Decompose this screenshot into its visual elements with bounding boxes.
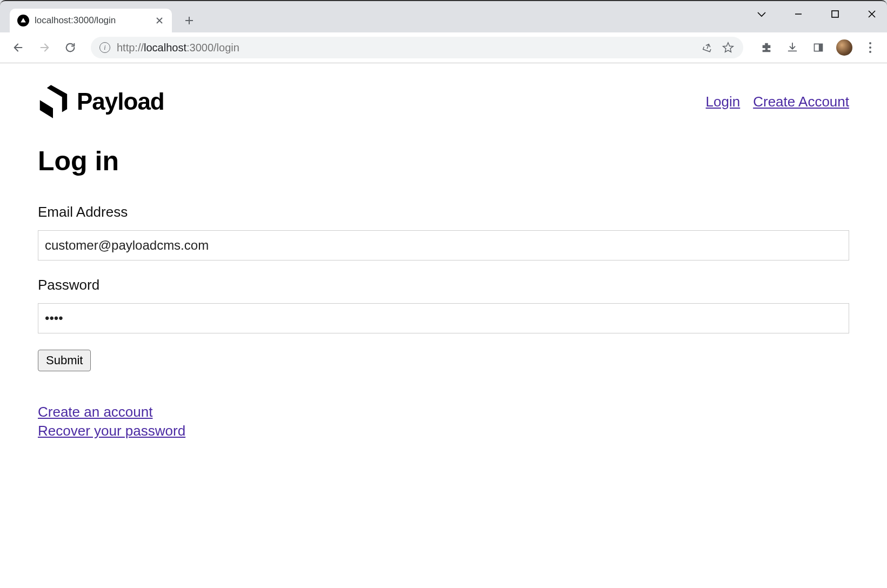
tab-favicon [17, 15, 29, 26]
chevron-down-icon[interactable] [752, 4, 771, 24]
browser-menu-button[interactable] [862, 39, 878, 56]
address-bar[interactable]: i http://localhost:3000/login [91, 37, 743, 58]
tab-title: localhost:3000/login [35, 15, 149, 26]
nav-links: Login Create Account [706, 93, 849, 110]
brand-logo: Payload [38, 85, 164, 118]
bottom-links: Create an account Recover your password [38, 404, 849, 439]
link-create-account[interactable]: Create an account [38, 404, 849, 420]
svg-rect-3 [819, 44, 823, 51]
browser-tab[interactable]: localhost:3000/login [10, 9, 172, 32]
minimize-button[interactable] [789, 4, 808, 24]
brand-name: Payload [77, 88, 164, 115]
email-label: Email Address [38, 204, 849, 220]
new-tab-button[interactable] [179, 11, 199, 30]
close-window-button[interactable] [862, 4, 882, 24]
forward-button[interactable] [35, 38, 54, 57]
url-path: :3000/login [186, 42, 239, 54]
brand-logo-icon [38, 85, 68, 118]
profile-avatar[interactable] [836, 39, 852, 56]
url-text: http://localhost:3000/login [117, 42, 695, 54]
password-field[interactable] [38, 303, 849, 333]
site-info-icon[interactable]: i [99, 42, 110, 53]
reload-button[interactable] [61, 38, 80, 57]
extensions-icon[interactable] [758, 39, 775, 56]
window-controls [752, 4, 882, 24]
browser-titlebar: localhost:3000/login [0, 0, 887, 32]
tab-close-button[interactable] [155, 16, 164, 25]
downloads-icon[interactable] [784, 39, 801, 56]
password-label: Password [38, 277, 849, 293]
browser-toolbar: i http://localhost:3000/login [0, 32, 887, 63]
page-header: Payload Login Create Account [38, 85, 849, 118]
email-field[interactable] [38, 230, 849, 260]
nav-link-create-account[interactable]: Create Account [753, 93, 849, 110]
submit-button[interactable]: Submit [38, 350, 91, 371]
nav-link-login[interactable]: Login [706, 93, 741, 110]
svg-marker-0 [21, 18, 26, 22]
sidepanel-icon[interactable] [810, 39, 826, 56]
url-protocol: http:// [117, 42, 144, 54]
password-group: Password [38, 277, 849, 333]
page-content: Payload Login Create Account Log in Emai… [0, 63, 887, 463]
maximize-button[interactable] [825, 4, 845, 24]
back-button[interactable] [9, 38, 28, 57]
address-actions [701, 41, 735, 54]
svg-rect-1 [832, 11, 838, 17]
login-form: Email Address Password Submit [38, 204, 849, 371]
share-icon[interactable] [701, 41, 714, 54]
page-title: Log in [38, 145, 849, 177]
svg-marker-5 [40, 100, 53, 118]
email-group: Email Address [38, 204, 849, 260]
link-recover-password[interactable]: Recover your password [38, 423, 849, 439]
bookmark-star-icon[interactable] [722, 41, 735, 54]
browser-actions [758, 39, 878, 56]
browser-chrome: localhost:3000/login [0, 0, 887, 63]
url-host: localhost [144, 42, 186, 54]
